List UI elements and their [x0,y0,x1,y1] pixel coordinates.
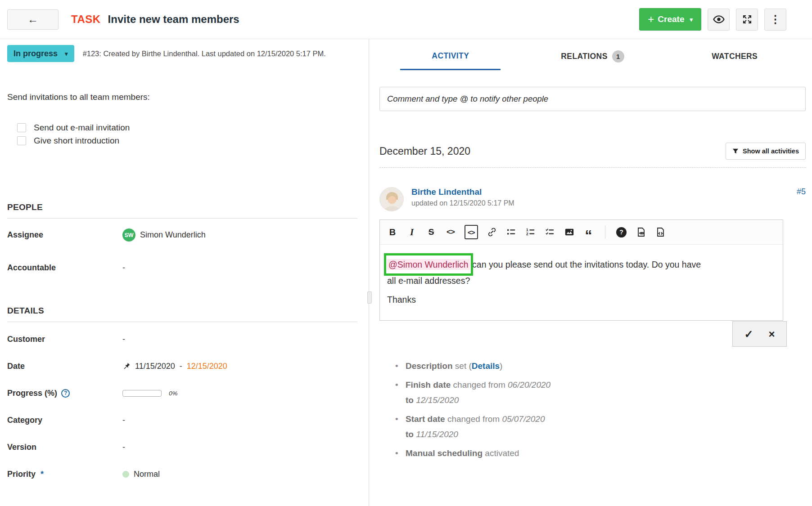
tab-relations-label: RELATIONS [561,52,607,61]
back-button[interactable]: ← [7,9,59,30]
start-date: 11/15/2020 [135,362,175,371]
checklist-item-label: Send out e-mail invitation [34,123,130,133]
category-value[interactable]: - [122,416,357,425]
work-package-details-panel: In progress ▾ #123: Created by Birthe Li… [0,39,369,506]
help-icon[interactable]: ? [61,389,70,398]
change-from-value: 06/20/2020 [508,380,550,390]
italic-button[interactable]: I [406,225,417,239]
more-menu-button[interactable]: ⋮ [764,9,786,31]
change-to-label: to [406,430,416,439]
category-label: Category [7,416,122,425]
bold-button[interactable]: B [387,225,398,239]
panel-resize-handle[interactable] [367,291,372,304]
avatar-portrait [380,188,404,211]
activity-timestamp: updated on 12/15/2020 5:17 PM [411,199,797,207]
avatar: SW [122,228,135,242]
status-row: In progress ▾ #123: Created by Birthe Li… [7,45,357,62]
progress-value[interactable]: 0% [122,390,357,397]
change-field: Finish date [406,380,451,390]
toolbar-separator [605,225,605,239]
checklist-item[interactable]: Give short introduction [17,136,357,146]
priority-label: Priority * [7,470,122,479]
tab-activity[interactable]: ACTIVITY [379,44,522,70]
show-all-activities-button[interactable]: Show all activities [726,143,806,160]
work-package-page: ← TASK Invite new team members + Create … [0,0,812,506]
create-button[interactable]: + Create ▾ [639,8,701,31]
comment-text: Thanks [387,295,416,304]
details-rows: Customer - Date 11/15/2020 - 12/15/2020 [7,322,357,488]
priority-row: Priority * Normal [7,461,357,488]
plus-icon: + [648,14,654,25]
change-action: changed from [451,380,508,390]
version-label: Version [7,443,122,452]
assignee-label: Assignee [7,230,122,240]
tab-relations[interactable]: RELATIONS 1 [522,44,664,70]
markdown-source-button[interactable] [655,225,666,239]
date-value[interactable]: 11/15/2020 - 12/15/2020 [122,362,357,371]
create-button-label: Create [658,14,684,24]
insert-image-button[interactable] [564,225,575,239]
image-icon [564,227,574,237]
customer-value[interactable]: - [122,335,357,344]
author-name-link[interactable]: Birthe Lindenthal [411,187,797,197]
comment-paragraph: @Simon Wunderlich can you please send ou… [387,256,776,289]
priority-value[interactable]: Normal [122,470,357,479]
accountable-value[interactable]: - [122,263,357,273]
change-item: Description set (Details) [395,358,806,374]
required-asterisk: * [41,470,44,479]
checklist-item[interactable]: Send out e-mail invitation [17,123,357,133]
task-list-button[interactable] [545,225,555,239]
status-dropdown[interactable]: In progress ▾ [7,45,74,62]
comment-text: all e-mail addresses? [387,276,470,286]
back-arrow-icon: ← [27,13,38,26]
comment-editor: B I S <> <> [379,219,783,321]
change-field: Description [406,361,453,371]
activity-number-link[interactable]: #5 [797,187,806,197]
new-comment-input[interactable]: Comment and type @ to notify other peopl… [379,87,806,111]
change-to-label: to [406,395,416,405]
priority-dot-icon [122,471,129,478]
editor-content[interactable]: @Simon Wunderlich can you please send ou… [380,245,783,320]
change-from-value: 05/07/2020 [502,414,545,424]
activity-date-heading: December 15, 2020 [379,145,470,157]
divider [379,167,806,168]
details-link[interactable]: Details [472,361,500,371]
code-block-button[interactable]: <> [465,225,478,239]
assignee-value[interactable]: SW Simon Wunderlich [122,228,357,242]
link-button[interactable] [487,225,497,239]
page-title: Invite new team members [108,13,640,26]
progress-label: Progress (%) ? [7,389,122,398]
user-mention[interactable]: @Simon Wunderlich [387,259,470,270]
strikethrough-button[interactable]: S [426,225,437,239]
tab-watchers[interactable]: WATCHERS [663,44,806,70]
accountable-row: Accountable - [7,251,357,284]
block-quote-button[interactable]: “ [583,225,594,239]
bulleted-list-icon [506,227,516,237]
version-value[interactable]: - [122,443,357,452]
checkbox-unchecked[interactable] [17,136,26,145]
watch-button[interactable] [708,9,730,31]
checklist-item-label: Give short introduction [34,136,119,146]
people-section-heading: PEOPLE [7,202,357,212]
preview-button[interactable] [636,225,646,239]
rich-text-editor: B I S <> <> [379,219,783,321]
category-row: Category - [7,407,357,434]
eye-icon [713,13,725,25]
version-row: Version - [7,434,357,461]
assignee-name: Simon Wunderlich [140,230,206,240]
work-package-meta: #123: Created by Birthe Lindenthal. Last… [83,49,326,58]
save-comment-button[interactable]: ✓ [744,329,753,340]
numbered-list-button[interactable]: 1 2 [525,225,536,239]
progress-row: Progress (%) ? 0% [7,380,357,407]
cancel-comment-button[interactable]: × [769,329,775,340]
comment-text: can you please send out the invitations … [470,260,701,269]
description-text[interactable]: Send invitations to all team members: [7,92,357,102]
customer-row: Customer - [7,326,357,353]
change-field: Manual scheduling [406,448,483,458]
bulleted-list-button[interactable] [506,225,517,239]
help-button[interactable]: ? [616,225,627,239]
description-checklist: Send out e-mail invitation Give short in… [7,123,357,146]
checkbox-unchecked[interactable] [17,123,26,132]
fullscreen-button[interactable] [736,9,758,31]
inline-code-button[interactable]: <> [445,225,456,239]
